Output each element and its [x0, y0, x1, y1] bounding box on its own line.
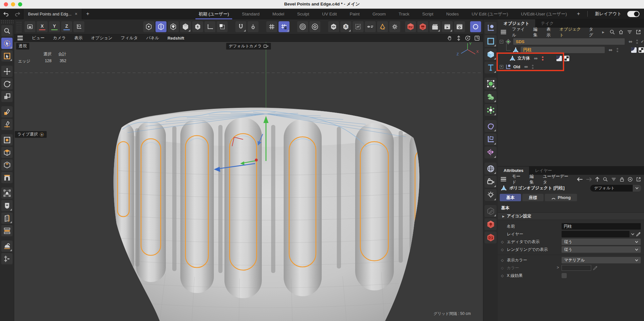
find-tool-button[interactable] — [1, 25, 13, 36]
uv-tag-icon[interactable] — [639, 47, 644, 53]
volume-builder-button[interactable] — [485, 91, 497, 103]
home-icon[interactable] — [618, 29, 624, 35]
view-mode-label[interactable]: 透視 — [16, 43, 29, 50]
model-mode-button[interactable] — [180, 21, 191, 32]
rectangle-selection-tool-button[interactable] — [1, 50, 13, 61]
color-swatch[interactable] — [562, 265, 591, 271]
isoline-editing-button[interactable] — [353, 21, 364, 32]
object-name[interactable]: Old — [513, 64, 520, 69]
mesh-object[interactable] — [113, 108, 443, 321]
frame-tool-button[interactable] — [1, 134, 13, 146]
filter-icon[interactable] — [627, 29, 632, 35]
object-row-old[interactable]: + Old ◆◆ — [498, 62, 644, 71]
object-mode-button[interactable] — [192, 21, 203, 32]
object-row-cylinder[interactable]: 円柱 ◆◆ — [498, 46, 644, 54]
orbit-icon[interactable] — [465, 35, 470, 41]
material-button[interactable] — [485, 205, 497, 217]
name-input[interactable] — [562, 223, 641, 230]
move-tool-button[interactable] — [1, 66, 13, 77]
magnet-brush-tool-button[interactable] — [1, 187, 13, 199]
menu-filter[interactable]: フィルタ — [121, 35, 138, 41]
search-icon[interactable] — [610, 29, 615, 35]
new-layout-button[interactable]: 新レイアウト — [592, 11, 624, 17]
layer-icon[interactable]: ◆◆ — [627, 40, 634, 43]
icon-settings-group[interactable]: ▶ アイコン設定 — [498, 212, 644, 220]
camera-label[interactable]: デフォルトカメラ — [226, 43, 271, 50]
menu-panel[interactable]: パネル — [146, 35, 159, 41]
visibility-dots-icon[interactable] — [636, 40, 639, 44]
document-tab[interactable]: Bevel Points and Edg... × — [23, 9, 82, 19]
edge-pen-tool-button[interactable] — [1, 119, 13, 130]
add-layout-button[interactable]: + — [574, 11, 583, 17]
viewport-solo-button[interactable] — [328, 21, 339, 32]
phong-tag-icon[interactable] — [556, 56, 562, 61]
keyframe-diamond-icon[interactable]: ◇ — [498, 258, 507, 262]
xray-checkbox[interactable] — [562, 273, 567, 278]
deformer-button[interactable] — [485, 120, 497, 132]
om-menu-more-icon[interactable]: ▶ — [602, 31, 604, 34]
layout-tab-paint[interactable]: Paint — [344, 9, 365, 19]
pan-hand-icon[interactable] — [447, 35, 452, 41]
settings-button[interactable] — [389, 21, 400, 32]
attr-menu-icon[interactable] — [501, 177, 506, 181]
up-arrow-icon[interactable] — [595, 177, 600, 182]
snap-settings-button[interactable] — [248, 21, 259, 32]
object-row-sds[interactable]: − SDS ◆◆ ✓ — [498, 37, 644, 46]
menu-camera[interactable]: カメラ — [53, 35, 66, 41]
filter-icon[interactable] — [611, 177, 616, 182]
visibility-dots-off-icon[interactable] — [541, 56, 544, 61]
quantize-button[interactable] — [279, 21, 289, 32]
render-settings-button[interactable] — [454, 21, 465, 32]
lock-icon[interactable] — [620, 177, 624, 182]
attr-menu-userdata[interactable]: ユーザーデータ — [543, 174, 572, 185]
new-document-tab-button[interactable]: + — [82, 11, 93, 17]
render-picture-viewer-button[interactable] — [417, 21, 428, 32]
search-icon[interactable] — [603, 177, 608, 182]
display-color-select[interactable]: マテリアル — [562, 257, 641, 263]
loop-cut-tool-button[interactable] — [1, 225, 13, 236]
edges-mode-button[interactable] — [156, 21, 166, 32]
polygons-mode-button[interactable] — [168, 21, 179, 32]
layout-tab-groom[interactable]: Groom — [367, 9, 392, 19]
edge-slide-tool-button[interactable] — [1, 253, 13, 264]
extrude-tool-button[interactable] — [1, 147, 13, 158]
redshift-rt-button[interactable] — [470, 21, 481, 32]
chevron-down-icon[interactable] — [631, 233, 634, 235]
popout-icon[interactable] — [636, 29, 641, 35]
tab-phong[interactable]: Phong — [545, 194, 577, 201]
editor-visibility-select[interactable]: 従う — [562, 239, 641, 245]
keyframe-diamond-icon[interactable]: ◇ — [498, 248, 507, 252]
popout-icon[interactable] — [636, 177, 641, 182]
viewport-menu-icon[interactable] — [17, 36, 23, 40]
points-mode-button[interactable] — [143, 21, 154, 32]
symmetry-button[interactable] — [485, 146, 497, 158]
bevel-tool-button[interactable] — [1, 172, 13, 183]
extrude-inner-tool-button[interactable] — [1, 159, 13, 171]
layout-tab-nodes[interactable]: Nodes — [440, 9, 465, 19]
tab-coordinates[interactable]: 座標 — [522, 194, 544, 201]
toolbar-drag-handle[interactable] — [16, 21, 22, 32]
visibility-dots-icon[interactable] — [616, 48, 619, 52]
close-polygon-hole-tool-button[interactable] — [1, 212, 13, 224]
coordinate-system-button[interactable] — [73, 21, 84, 32]
object-name[interactable]: 円柱 — [521, 47, 605, 53]
object-name[interactable]: 立方体 — [517, 55, 530, 61]
primitive-cube-button[interactable] — [485, 48, 497, 60]
gizmo-origin[interactable] — [255, 159, 258, 162]
layer-icon[interactable]: ◆◆ — [522, 65, 529, 68]
layout-tab-sculpt[interactable]: Sculpt — [291, 9, 315, 19]
forward-arrow-icon[interactable] — [586, 177, 592, 182]
redo-button[interactable] — [12, 12, 23, 16]
light-object-button[interactable] — [485, 189, 497, 201]
polygon-pen-tool-button[interactable] — [1, 106, 13, 118]
layout-tab-uvedituser2[interactable]: UVEdit-User (ユーザー) — [515, 9, 573, 19]
attr-menu-edit[interactable]: 編集 — [530, 174, 538, 185]
viewport-3d[interactable]: Y X Z 透視 デフォルトカメラ 選択合計 エッジ128352 ライブ選択 グ… — [14, 42, 483, 321]
layout-tab-track[interactable]: Track — [393, 9, 415, 19]
tab-basic[interactable]: 基本 — [500, 194, 521, 201]
eyedropper-icon[interactable] — [636, 232, 641, 237]
keyframe-diamond-icon[interactable]: ◇ — [498, 274, 507, 278]
grid-toggle-button[interactable] — [266, 21, 277, 32]
attr-menu-mode[interactable]: モード — [512, 174, 525, 185]
mograph-cloner-button[interactable] — [485, 104, 497, 116]
